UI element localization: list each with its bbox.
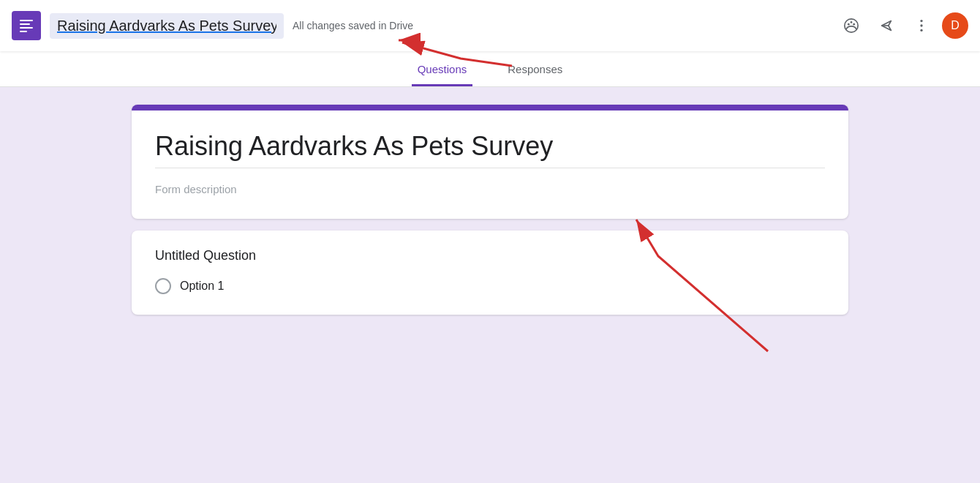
form-title-card: Raising Aardvarks As Pets Survey Form de… bbox=[132, 105, 848, 219]
header: All changes saved in Drive bbox=[0, 0, 980, 51]
svg-point-12 bbox=[920, 29, 922, 31]
user-avatar[interactable]: D bbox=[942, 12, 968, 39]
radio-button[interactable] bbox=[155, 278, 171, 294]
form-description-placeholder[interactable]: Form description bbox=[155, 180, 825, 198]
tabs-bar: Questions Responses bbox=[0, 51, 980, 87]
app-logo[interactable] bbox=[12, 11, 41, 40]
tab-responses[interactable]: Responses bbox=[502, 51, 568, 86]
svg-point-10 bbox=[920, 20, 922, 22]
question-card: Untitled Question Option 1 bbox=[132, 231, 848, 315]
svg-rect-3 bbox=[20, 31, 27, 32]
palette-button[interactable] bbox=[837, 11, 866, 40]
svg-rect-1 bbox=[20, 23, 30, 25]
main-content: Raising Aardvarks As Pets Survey Form de… bbox=[0, 87, 980, 480]
tab-questions[interactable]: Questions bbox=[412, 51, 473, 86]
header-actions: D bbox=[837, 11, 968, 40]
option-row: Option 1 bbox=[155, 278, 825, 294]
more-options-button[interactable] bbox=[907, 11, 936, 40]
form-title-input[interactable] bbox=[50, 13, 284, 39]
option-label[interactable]: Option 1 bbox=[180, 280, 224, 293]
save-status: All changes saved in Drive bbox=[293, 20, 413, 31]
svg-point-6 bbox=[851, 21, 853, 23]
svg-point-11 bbox=[920, 24, 922, 26]
svg-rect-2 bbox=[20, 27, 33, 29]
svg-point-5 bbox=[848, 23, 850, 26]
svg-point-7 bbox=[853, 23, 855, 26]
send-button[interactable] bbox=[872, 11, 901, 40]
form-title-display[interactable]: Raising Aardvarks As Pets Survey bbox=[155, 131, 825, 168]
svg-rect-0 bbox=[20, 20, 33, 21]
question-title[interactable]: Untitled Question bbox=[155, 248, 825, 263]
svg-point-4 bbox=[845, 19, 858, 32]
